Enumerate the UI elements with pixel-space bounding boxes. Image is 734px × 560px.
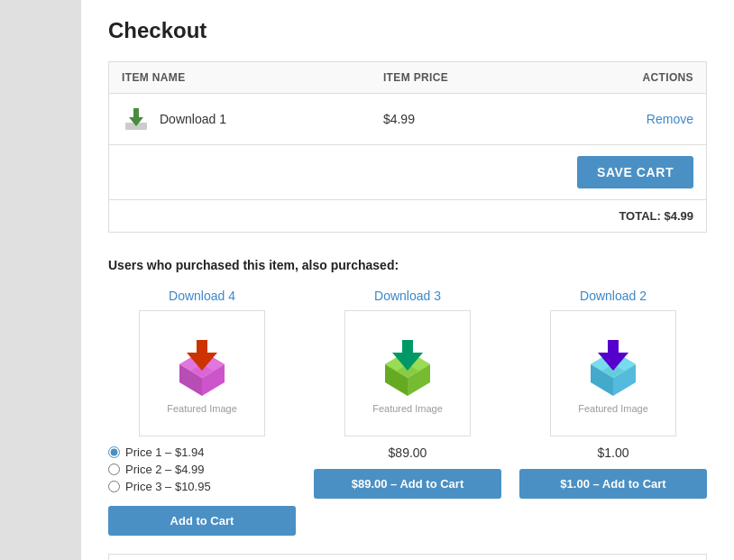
cart-item-price: $4.99 — [371, 94, 553, 145]
discount-section: Have a discount code? Click to enter it — [108, 554, 707, 560]
box-icon-download2 — [582, 333, 645, 396]
box-icon-download3 — [376, 333, 439, 396]
price-options-download4: Price 1 – $1.94 Price 2 – $4.99 Price 3 … — [108, 445, 296, 497]
price-option-3[interactable]: Price 3 – $10.95 — [108, 480, 296, 493]
add-to-cart-button-download4[interactable]: Add to Cart — [108, 506, 296, 536]
product-card-download2: Download 2 Featured Image — [519, 289, 707, 536]
product-image-download4: Featured Image — [139, 310, 265, 436]
main-content: Checkout ITEM NAME ITEM PRICE ACTIONS — [81, 0, 734, 560]
product-image-download2: Featured Image — [550, 310, 676, 436]
col-actions: ACTIONS — [553, 62, 707, 94]
price-radio-2[interactable] — [108, 464, 120, 475]
product-price-download3: $89.00 — [389, 445, 427, 460]
product-link-download4[interactable]: Download 4 — [169, 289, 235, 303]
cart-table: ITEM NAME ITEM PRICE ACTIONS — [108, 61, 707, 233]
remove-link[interactable]: Remove — [647, 112, 693, 126]
page-title: Checkout — [108, 18, 707, 43]
featured-label-download3: Featured Image — [372, 403, 443, 414]
sidebar — [0, 0, 81, 560]
price-option-1[interactable]: Price 1 – $1.94 — [108, 445, 296, 459]
price-radio-1[interactable] — [108, 446, 120, 458]
add-to-cart-button-download2[interactable]: $1.00 – Add to Cart — [519, 469, 707, 499]
save-cart-button[interactable]: SAVE CART — [577, 156, 693, 188]
price-radio-3[interactable] — [108, 481, 120, 492]
download-icon — [122, 105, 151, 133]
price-option-3-label: Price 3 – $10.95 — [125, 480, 211, 493]
box-icon-download4 — [170, 333, 234, 396]
cart-row: Download 1 $4.99 Remove — [109, 94, 707, 145]
product-card-download4: Download 4 — [108, 289, 296, 536]
featured-label-download4: Featured Image — [167, 403, 237, 414]
cart-total: TOTAL: $4.99 — [619, 209, 693, 223]
product-image-download3: Featured Image — [344, 310, 471, 436]
also-purchased-title: Users who purchased this item, also purc… — [108, 258, 707, 272]
product-link-download2[interactable]: Download 2 — [580, 289, 647, 303]
price-option-2[interactable]: Price 2 – $4.99 — [108, 463, 296, 476]
cart-item-name: Download 1 — [160, 112, 226, 126]
add-to-cart-button-download3[interactable]: $89.00 – Add to Cart — [314, 469, 501, 499]
col-item-price: ITEM PRICE — [371, 62, 553, 94]
product-price-download2: $1.00 — [597, 445, 628, 460]
products-grid: Download 4 — [108, 289, 707, 536]
price-option-1-label: Price 1 – $1.94 — [125, 445, 204, 459]
featured-label-download2: Featured Image — [578, 403, 648, 414]
also-purchased-section: Users who purchased this item, also purc… — [108, 258, 707, 536]
price-option-2-label: Price 2 – $4.99 — [125, 463, 204, 476]
product-link-download3[interactable]: Download 3 — [374, 289, 441, 303]
product-card-download3: Download 3 Featured Image — [314, 289, 501, 536]
col-item-name: ITEM NAME — [109, 62, 371, 94]
